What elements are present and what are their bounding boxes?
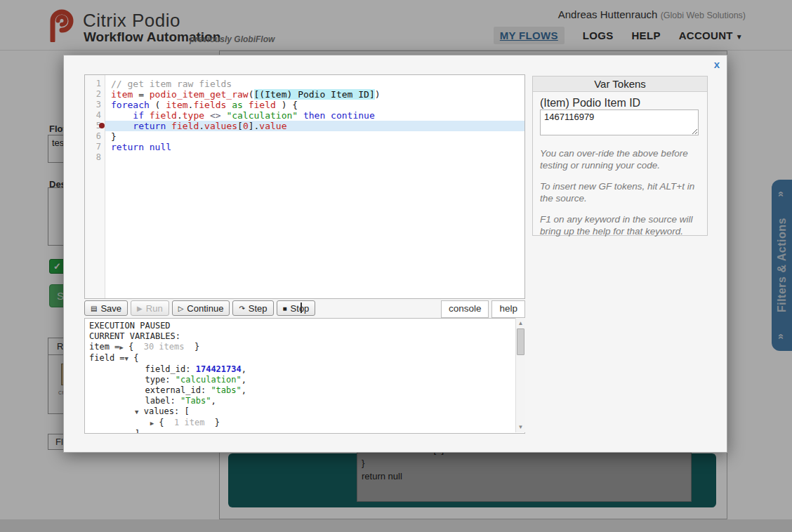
line-number[interactable]: 6	[85, 131, 105, 142]
code-segment: field_id:	[89, 364, 196, 374]
code-segment: ],	[89, 429, 145, 434]
code-segment: field	[249, 100, 276, 110]
editor-line[interactable]: 8	[85, 152, 524, 163]
var-tokens-note: You can over-ride the above before testi…	[540, 147, 700, 171]
code-segment: ,	[242, 364, 246, 374]
continue-button[interactable]: ▷Continue	[172, 300, 230, 316]
podio-item-id-input[interactable]	[540, 109, 699, 135]
button-label: Step	[249, 303, 268, 314]
calculation-editor-modal: x 1// get item raw fields2item = podio_i…	[63, 55, 727, 453]
save-icon: ▤	[91, 305, 97, 312]
code-segment: <>	[210, 110, 221, 121]
code-segment: 1 item	[174, 418, 204, 427]
continue-icon: ▷	[178, 305, 184, 312]
code-segment: field	[171, 121, 199, 131]
code-segment: null	[150, 142, 171, 152]
code-segment: external_id:	[89, 385, 211, 395]
code-segment: 0	[243, 121, 249, 131]
console-line: ],	[89, 429, 513, 434]
code-segment: return	[133, 121, 166, 131]
code-segment: field	[150, 110, 177, 121]
var-tokens-note: F1 on any keyword in the source will bri…	[540, 213, 700, 237]
editor-line[interactable]: 4 if field.type <> "calculation" then co…	[85, 110, 524, 121]
debugger-toolbar: ▤Save▶Run▷Continue↷Step■Stopconsolehelp	[84, 300, 525, 318]
code-segment: "calculation"	[226, 110, 298, 121]
code-segment: CURRENT VARIABLES:	[89, 331, 180, 341]
save-button[interactable]: ▤Save	[84, 300, 128, 316]
code-line: return null	[105, 142, 524, 152]
code-segment: "Tabs"	[180, 396, 211, 406]
editor-line[interactable]: 2item = podio_item_get_raw([(Item) Podio…	[85, 89, 524, 100]
line-number[interactable]: 7	[85, 142, 105, 152]
code-editor[interactable]: 1// get item raw fields2item = podio_ite…	[84, 74, 525, 299]
editor-line[interactable]: 7return null	[85, 142, 524, 152]
console-line: CURRENT VARIABLES:	[89, 331, 513, 342]
scroll-up-icon[interactable]: ▲	[516, 319, 525, 328]
button-label: Stop	[291, 303, 310, 314]
code-segment: // get item raw fields	[111, 79, 232, 89]
debug-console: EXECUTION PAUSEDCURRENT VARIABLES:item =…	[84, 318, 525, 434]
code-segment: ,	[242, 375, 246, 385]
code-segment	[89, 406, 135, 416]
code-segment: field =	[89, 353, 125, 363]
code-segment: value	[259, 121, 286, 131]
code-segment: ) {	[276, 100, 298, 110]
console-scrollbar[interactable]: ▲ ▼	[515, 318, 525, 432]
code-segment: ,	[242, 385, 246, 395]
code-segment: 30 items	[144, 342, 185, 352]
line-number[interactable]: 8	[85, 152, 105, 163]
button-label: Continue	[187, 303, 223, 314]
code-segment: .	[177, 110, 183, 121]
editor-line[interactable]: 3foreach ( item.fields as field ) {	[85, 100, 524, 110]
console-line: external_id: "tabs",	[89, 385, 513, 396]
code-segment: {	[154, 418, 174, 427]
code-line: if field.type <> "calculation" then cont…	[105, 110, 524, 121]
code-segment: label:	[89, 396, 180, 406]
line-number[interactable]: 1	[85, 79, 105, 89]
console-line: item =▶ { 30 items }	[89, 342, 513, 353]
line-number[interactable]: 2	[85, 89, 105, 100]
code-segment: {	[124, 342, 144, 352]
console-line: field =▼ {	[89, 353, 513, 364]
line-number[interactable]: 4	[85, 110, 105, 121]
code-segment: 174421734	[196, 364, 242, 374]
console-line: ▶ { 1 item }	[89, 418, 513, 429]
run-button: ▶Run	[131, 300, 169, 316]
code-segment: }	[204, 418, 220, 427]
code-line	[105, 152, 524, 163]
tab-help[interactable]: help	[491, 300, 525, 318]
code-segment: .	[199, 121, 204, 131]
code-segment: "calculation"	[176, 375, 242, 385]
line-number[interactable]: 5	[85, 121, 105, 131]
code-segment: foreach	[111, 100, 150, 110]
breakpoint-icon[interactable]	[99, 123, 105, 128]
code-segment: return	[111, 142, 144, 152]
button-label: Run	[146, 303, 163, 314]
code-segment: item =	[89, 342, 119, 352]
code-line: foreach ( item.fields as field ) {	[105, 100, 524, 110]
code-segment: )	[375, 89, 381, 100]
step-icon: ↷	[239, 305, 244, 312]
editor-line[interactable]: 6}	[85, 131, 524, 142]
text-cursor	[301, 302, 302, 313]
line-number[interactable]: 3	[85, 100, 105, 110]
code-segment: if	[133, 110, 144, 121]
tab-console[interactable]: console	[441, 300, 489, 318]
code-segment: then	[303, 110, 325, 121]
code-segment: }	[184, 342, 199, 352]
code-line: return field.values[0].value	[105, 121, 524, 131]
code-segment: fields	[193, 100, 226, 110]
code-segment: type:	[89, 375, 176, 385]
code-segment: item	[166, 100, 187, 110]
code-segment: {	[128, 353, 138, 363]
step-button[interactable]: ↷Step	[232, 300, 273, 316]
editor-line[interactable]: 5 return field.values[0].value	[85, 121, 524, 131]
close-icon[interactable]: x	[714, 58, 720, 70]
scrollbar-thumb[interactable]	[517, 328, 524, 355]
scroll-down-icon[interactable]: ▼	[516, 423, 525, 432]
stop-button[interactable]: ■Stop	[277, 300, 316, 316]
code-segment	[89, 418, 150, 427]
editor-line[interactable]: 1// get item raw fields	[85, 79, 524, 89]
code-segment: EXECUTION PAUSED	[89, 321, 171, 331]
code-segment	[111, 110, 133, 121]
